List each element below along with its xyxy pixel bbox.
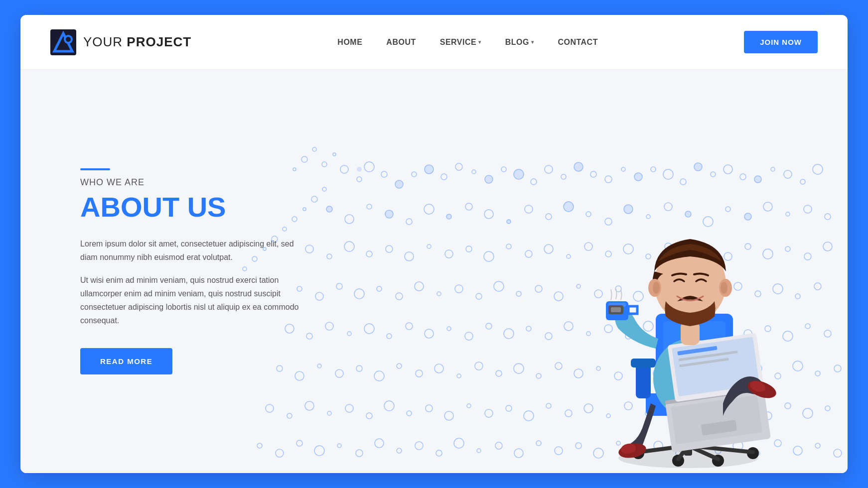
svg-point-183 <box>444 411 453 420</box>
svg-point-15 <box>501 167 506 172</box>
service-chevron-icon: ▾ <box>478 39 481 45</box>
hero-title: ABOUT US <box>80 192 309 223</box>
svg-point-157 <box>514 364 524 373</box>
svg-point-45 <box>484 210 493 219</box>
svg-point-18 <box>545 165 553 173</box>
hero-illustration <box>559 174 818 473</box>
svg-point-48 <box>546 214 552 220</box>
svg-point-182 <box>426 405 433 412</box>
svg-point-126 <box>465 332 473 340</box>
read-more-button[interactable]: READ MORE <box>80 348 172 374</box>
svg-point-213 <box>454 438 464 448</box>
svg-point-101 <box>516 291 521 296</box>
svg-point-97 <box>437 292 441 296</box>
logo-text: YOUR PROJECT <box>83 34 191 50</box>
svg-point-248 <box>395 180 403 188</box>
blog-chevron-icon: ▾ <box>531 39 534 45</box>
svg-point-33 <box>771 167 775 171</box>
svg-point-3 <box>66 37 71 42</box>
svg-point-128 <box>504 329 514 339</box>
svg-point-150 <box>374 371 384 381</box>
browser-frame: YOUR PROJECT HOME ABOUT SERVICE ▾ BLOG ▾… <box>20 15 848 473</box>
nav-home[interactable]: HOME <box>337 38 362 47</box>
svg-point-211 <box>415 442 423 450</box>
svg-point-74 <box>525 250 532 257</box>
logo[interactable]: YOUR PROJECT <box>50 29 191 55</box>
svg-point-257 <box>385 210 393 218</box>
svg-point-210 <box>397 448 402 453</box>
svg-point-124 <box>425 329 434 338</box>
svg-point-204 <box>276 449 284 457</box>
svg-point-47 <box>525 205 533 213</box>
svg-point-184 <box>467 404 471 408</box>
svg-point-152 <box>416 370 423 377</box>
svg-point-30 <box>723 165 732 174</box>
logo-icon <box>50 29 76 55</box>
svg-point-151 <box>397 364 402 368</box>
svg-point-203 <box>257 443 262 448</box>
svg-point-180 <box>384 401 394 411</box>
svg-point-20 <box>574 162 583 171</box>
svg-point-158 <box>536 373 541 378</box>
svg-point-209 <box>375 439 384 448</box>
svg-point-68 <box>405 252 414 261</box>
svg-point-215 <box>495 442 502 449</box>
svg-point-14 <box>485 175 493 183</box>
hero-description-1: Lorem ipsum dolor sit amet, consectetuer… <box>80 237 309 264</box>
svg-point-212 <box>436 450 442 456</box>
svg-point-154 <box>457 374 461 378</box>
svg-point-70 <box>445 250 453 258</box>
svg-point-205 <box>296 440 302 446</box>
svg-point-16 <box>514 169 524 179</box>
svg-point-181 <box>407 411 412 416</box>
svg-point-36 <box>813 164 823 174</box>
nav-about[interactable]: ABOUT <box>386 38 416 47</box>
title-blue: US <box>187 191 226 223</box>
svg-point-43 <box>446 214 451 219</box>
svg-point-25 <box>651 167 656 172</box>
svg-point-69 <box>427 244 431 248</box>
svg-point-89 <box>823 242 832 251</box>
svg-point-8 <box>395 180 403 188</box>
svg-point-306 <box>721 282 727 294</box>
svg-rect-280 <box>631 359 656 367</box>
svg-point-208 <box>356 450 363 457</box>
hero-content: WHO WE ARE ABOUT US Lorem ipsum dolor si… <box>20 128 369 415</box>
svg-point-96 <box>415 282 424 291</box>
svg-point-249 <box>425 165 434 174</box>
svg-point-98 <box>455 285 463 293</box>
main-nav: HOME ABOUT SERVICE ▾ BLOG ▾ CONTACT <box>337 38 598 47</box>
svg-point-62 <box>825 214 831 220</box>
svg-point-185 <box>485 409 493 417</box>
nav-service[interactable]: SERVICE ▾ <box>440 38 481 47</box>
svg-point-122 <box>387 334 392 339</box>
svg-point-10 <box>425 165 434 174</box>
svg-point-206 <box>314 446 324 456</box>
svg-point-127 <box>486 323 492 329</box>
svg-point-42 <box>424 204 434 214</box>
svg-point-40 <box>385 210 393 218</box>
svg-point-155 <box>475 362 483 370</box>
svg-point-28 <box>694 163 702 171</box>
man-illustration <box>559 174 818 473</box>
join-now-button[interactable]: JOIN NOW <box>744 31 818 53</box>
svg-point-250 <box>485 175 493 183</box>
svg-point-99 <box>476 293 482 299</box>
nav-blog[interactable]: BLOG ▾ <box>505 38 534 47</box>
svg-point-217 <box>536 441 541 446</box>
svg-point-153 <box>434 364 443 373</box>
svg-point-187 <box>524 411 534 421</box>
svg-point-46 <box>507 220 511 224</box>
svg-point-12 <box>455 163 462 170</box>
svg-point-94 <box>377 286 382 291</box>
nav-contact[interactable]: CONTACT <box>558 38 598 47</box>
svg-point-75 <box>544 244 553 253</box>
svg-point-304 <box>653 282 660 294</box>
svg-point-186 <box>506 405 512 411</box>
section-label: WHO WE ARE <box>80 177 309 188</box>
svg-rect-308 <box>611 307 621 312</box>
svg-point-73 <box>506 244 511 249</box>
svg-rect-286 <box>628 306 637 314</box>
hero-section: WHO WE ARE ABOUT US Lorem ipsum dolor si… <box>20 70 848 473</box>
svg-point-258 <box>446 214 451 219</box>
